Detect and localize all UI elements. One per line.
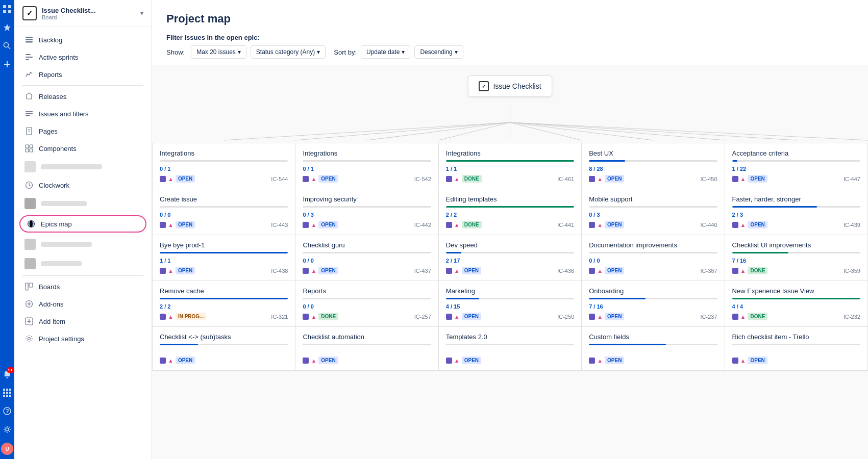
rail-help-icon[interactable]: ? [2, 406, 12, 416]
epic-card[interactable]: Reports 0 / 0 ▲ DONE IC-257 [295, 281, 438, 327]
priority-icon [589, 268, 595, 274]
epic-card[interactable]: Acceptance criteria 1 / 22 ▲ OPEN IC-447 [725, 143, 868, 189]
sidebar-item-components[interactable]: Components [14, 140, 152, 157]
epic-card[interactable]: New Experience Issue View 4 / 4 ▲ DONE I… [725, 281, 868, 327]
epic-card[interactable]: Custom fields ▲ OPEN [582, 327, 725, 371]
epic-card[interactable]: Create issue 0 / 0 ▲ OPEN IC-443 [153, 189, 295, 235]
sort-order-select[interactable]: Descending ▾ [414, 45, 463, 59]
svg-rect-30 [26, 115, 30, 116]
priority-icon [160, 176, 166, 182]
priority-icon [732, 268, 738, 274]
page-title: Project map [166, 12, 854, 26]
epic-card[interactable]: Templates 2.0 ▲ OPEN [439, 327, 582, 371]
controls-row: Show: Max 20 issues ▾ Status category (A… [166, 45, 854, 59]
card-ratio: 2 / 2 [446, 212, 574, 218]
up-icon: ▲ [740, 358, 746, 364]
card-id: IC-257 [414, 314, 431, 320]
blurred-text-3 [41, 242, 92, 247]
epic-card[interactable]: Bye bye prod-1 1 / 1 ▲ OPEN IC-438 [153, 235, 295, 281]
rail-settings-icon[interactable] [2, 424, 12, 435]
add-item-label: Add Item [39, 318, 65, 325]
sidebar-item-backlog[interactable]: Backlog [14, 31, 152, 48]
releases-label: Releases [39, 93, 66, 100]
epic-card[interactable]: Remove cache 2 / 2 ▲ IN PROG... IC-321 [153, 281, 295, 327]
sprint-icon [24, 53, 34, 62]
sidebar-item-reports[interactable]: Reports [14, 66, 152, 83]
epic-card[interactable]: Integrations 1 / 1 ▲ DONE IC-461 [439, 143, 582, 189]
epic-card[interactable]: Marketing 4 / 15 ▲ OPEN IC-250 [439, 281, 582, 327]
sidebar-item-active-sprints[interactable]: Active sprints [14, 48, 152, 66]
clockwork-label: Clockwork [39, 182, 69, 189]
card-id: IC-442 [414, 222, 431, 228]
sidebar: ✓ Issue Checklist... Board ▾ Backlog Act… [14, 0, 152, 459]
rail-notification-icon[interactable]: 9+ [2, 369, 12, 379]
rail-apps-icon[interactable] [2, 388, 12, 398]
priority-icon [589, 314, 595, 320]
card-footer: ▲ OPEN IC-438 [160, 267, 288, 274]
epic-card[interactable]: Onboarding 7 / 16 ▲ OPEN IC-237 [582, 281, 725, 327]
rail-grid-icon[interactable] [2, 4, 12, 14]
epic-card[interactable]: Rich checklist item - Trello ▲ OPEN [725, 327, 868, 371]
epic-card[interactable]: Mobile support 0 / 3 ▲ OPEN IC-440 [582, 189, 725, 235]
svg-rect-14 [6, 392, 8, 394]
root-node[interactable]: ✓ Issue Checklist [468, 75, 552, 97]
card-progress-bar [446, 298, 574, 299]
sidebar-item-issues[interactable]: Issues and filters [14, 105, 152, 122]
active-sprints-label: Active sprints [39, 54, 78, 61]
card-progress-fill [446, 252, 461, 253]
card-footer: ▲ DONE IC-461 [446, 175, 574, 183]
sort-by-select[interactable]: Update date ▾ [361, 45, 410, 59]
svg-point-52 [28, 338, 31, 340]
card-progress-bar [446, 206, 574, 208]
sidebar-item-project-settings[interactable]: Project settings [14, 330, 152, 347]
card-progress-fill [160, 252, 288, 253]
epic-card[interactable]: Checklist guru 0 / 0 ▲ OPEN IC-437 [295, 235, 438, 281]
card-id: IC-237 [701, 314, 717, 320]
epic-card[interactable]: Dev speed 2 / 17 ▲ OPEN IC-436 [439, 235, 582, 281]
epic-card[interactable]: Checklist <-> (sub)tasks ▲ OPEN [153, 327, 295, 371]
card-footer: ▲ OPEN IC-436 [446, 267, 574, 274]
svg-rect-2 [3, 10, 6, 13]
card-progress-bar [160, 344, 288, 345]
epic-card[interactable]: Checklist UI improvements 7 / 16 ▲ DONE … [725, 235, 868, 281]
rail-star-icon[interactable] [2, 22, 12, 33]
epic-card[interactable]: Documentation improvements 0 / 0 ▲ OPEN … [582, 235, 725, 281]
user-avatar[interactable]: U [1, 443, 13, 455]
epic-card[interactable]: Checklist automation ▲ OPEN [295, 327, 438, 371]
sidebar-item-add-item[interactable]: Add Item [14, 313, 152, 330]
epic-card[interactable]: Integrations 0 / 1 ▲ OPEN IC-542 [295, 143, 438, 189]
up-icon: ▲ [454, 222, 460, 228]
priority-icon [303, 176, 309, 182]
sidebar-item-pages[interactable]: Pages [14, 122, 152, 140]
root-icon: ✓ [479, 81, 489, 91]
epic-card[interactable]: Improving security 0 / 3 ▲ OPEN IC-442 [295, 189, 438, 235]
card-title: Custom fields [589, 333, 717, 341]
sidebar-item-addons[interactable]: Add-ons [14, 295, 152, 313]
sidebar-item-releases[interactable]: Releases [14, 88, 152, 105]
epic-card[interactable]: Faster, harder, stronger 2 / 3 ▲ OPEN IC… [725, 189, 868, 235]
epic-card[interactable]: Editing templates 2 / 2 ▲ DONE IC-441 [439, 189, 582, 235]
card-progress-bar [589, 206, 717, 208]
issues-label: Issues and filters [39, 110, 89, 118]
card-ratio: 7 / 16 [732, 258, 860, 264]
rail-search-icon[interactable] [2, 41, 12, 51]
svg-line-63 [510, 122, 869, 140]
priority-icon [303, 268, 309, 274]
project-settings-icon [24, 334, 34, 343]
sidebar-item-clockwork[interactable]: Clockwork [14, 176, 152, 194]
sidebar-item-boards[interactable]: Boards [14, 278, 152, 295]
status-category-select[interactable]: Status category (Any) ▾ [251, 45, 326, 59]
card-badges: ▲ OPEN [160, 221, 195, 228]
status-badge: OPEN [176, 175, 195, 183]
project-header[interactable]: ✓ Issue Checklist... Board ▾ [14, 0, 152, 27]
epic-card[interactable]: Integrations 0 / 1 ▲ OPEN IC-544 [153, 143, 295, 189]
svg-rect-28 [26, 111, 33, 112]
sort-label: Sort by: [334, 48, 357, 56]
svg-line-56 [367, 122, 510, 140]
sidebar-item-epics-map[interactable]: Epics map [19, 215, 146, 233]
max-issues-select[interactable]: Max 20 issues ▾ [191, 45, 246, 59]
status-badge: IN PROG... [176, 313, 207, 320]
epic-card[interactable]: Best UX 8 / 28 ▲ OPEN IC-450 [582, 143, 725, 189]
rail-plus-icon[interactable] [2, 59, 12, 69]
card-badges: ▲ OPEN [303, 356, 338, 364]
